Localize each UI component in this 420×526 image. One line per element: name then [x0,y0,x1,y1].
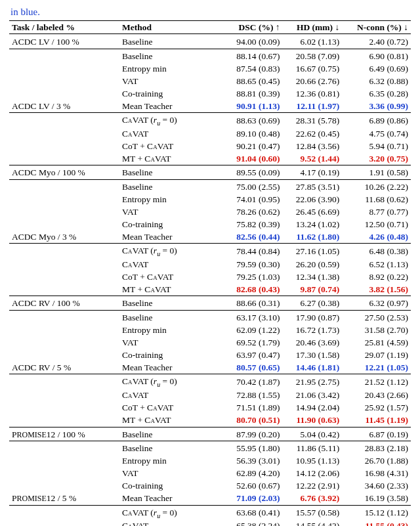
table-row: CaVAT (ru = 0)63.68 (0.41)15.57 (0.58)15… [9,505,411,520]
table-row: CoT + CaVAT90.21 (0.47)12.84 (3.56)5.94 … [9,140,411,152]
table-row: Entropy min62.09 (1.22)16.72 (1.73)31.58… [9,324,411,336]
method-cell: CaVAT [119,258,223,271]
table-cell: 20.46 (3.69) [283,336,343,349]
task-cell [9,218,119,230]
table-row: Entropy min87.54 (0.83)16.67 (0.75)6.49 … [9,62,411,75]
table-cell: 72.88 (1.55) [223,389,283,402]
col-task: Task / labeled % [9,21,119,34]
table-cell: 6.48 (0.38) [342,244,411,259]
table-cell: 88.63 (0.69) [223,113,283,128]
table-row: CaVAT (ru = 0)78.44 (0.84)27.16 (1.05)6.… [9,244,411,259]
table-row: CaVAT65.38 (2.24)14.55 (4.42)11.55 (0.43… [9,520,411,526]
table-cell: 20.58 (7.09) [283,49,343,62]
table-cell: 12.21 (1.05) [342,361,411,374]
table-row: Co-training63.97 (0.47)17.30 (1.58)29.07… [9,349,411,361]
task-cell [9,283,119,296]
method-cell: CoT + CaVAT [119,271,223,283]
task-cell [9,324,119,336]
method-cell: Entropy min [119,193,223,206]
table-row: CaVAT89.10 (0.48)22.62 (0.45)4.75 (0.74) [9,127,411,140]
table-cell: 34.60 (2.33) [342,480,411,493]
table-row: PROMISE12 / 5 %Mean Teacher71.09 (2.03)6… [9,493,411,506]
table-cell: 89.10 (0.48) [223,127,283,140]
table-cell: 16.19 (3.58) [342,493,411,506]
table-cell: 10.95 (1.13) [283,455,343,468]
table-cell: 14.55 (4.42) [283,520,343,526]
table-cell: 6.27 (0.38) [283,296,343,311]
table-cell: 26.70 (1.88) [342,455,411,468]
table-cell: 25.92 (1.57) [342,402,411,414]
table-cell: 71.51 (1.89) [223,402,283,414]
method-cell: Co-training [119,480,223,493]
table-cell: 12.84 (3.56) [283,140,343,152]
table-cell: 26.45 (6.69) [283,206,343,218]
table-row: MT + CaVAT82.68 (0.43)9.87 (0.74)3.82 (1… [9,283,411,296]
table-cell: 4.17 (0.19) [283,165,343,180]
pre-text: in blue. [10,7,411,18]
method-cell: CaVAT [119,127,223,140]
task-cell [9,49,119,62]
table-cell: 55.95 (1.80) [223,441,283,455]
table-cell: 10.26 (2.22) [342,179,411,193]
table-cell: 28.31 (5.78) [283,113,343,128]
table-row: Co-training52.60 (0.67)12.22 (2.91)34.60… [9,480,411,493]
table-cell: 6.35 (0.28) [342,87,411,100]
method-cell: Mean Teacher [119,230,223,244]
table-cell: 16.67 (0.75) [283,62,343,75]
task-cell: ACDC LV / 100 % [9,34,119,49]
table-row: VAT88.65 (0.45)20.66 (2.76)6.32 (0.88) [9,75,411,87]
table-row: CoT + CaVAT79.25 (1.03)12.34 (1.38)8.92 … [9,271,411,283]
table-cell: 11.90 (0.63) [283,414,343,427]
table-cell: 28.83 (2.18) [342,441,411,455]
task-cell [9,480,119,493]
table-cell: 22.62 (0.45) [283,127,343,140]
method-cell: Baseline [119,165,223,180]
table-row: Entropy min56.39 (3.01)10.95 (1.13)26.70… [9,455,411,468]
task-cell [9,206,119,218]
table-cell: 13.24 (1.02) [283,218,343,230]
method-cell: CoT + CaVAT [119,402,223,414]
table-row: MT + CaVAT80.70 (0.51)11.90 (0.63)11.45 … [9,414,411,427]
task-cell [9,441,119,455]
table-cell: 63.97 (0.47) [223,349,283,361]
task-cell: ACDC Myo / 100 % [9,165,119,180]
method-cell: Entropy min [119,455,223,468]
method-cell: CaVAT [119,520,223,526]
task-cell [9,62,119,75]
table-cell: 6.90 (0.81) [342,49,411,62]
table-row: CaVAT72.88 (1.55)21.06 (3.42)20.43 (2.66… [9,389,411,402]
task-cell [9,414,119,427]
table-cell: 90.21 (0.47) [223,140,283,152]
table-cell: 89.55 (0.09) [223,165,283,180]
table-row: CaVAT79.59 (0.30)26.20 (0.59)6.52 (1.13) [9,258,411,271]
table-cell: 3.36 (0.99) [342,100,411,113]
table-row: PROMISE12 / 100 %Baseline87.99 (0.20)5.0… [9,427,411,441]
header-row: Task / labeled % Method DSC (%) ↑ HD (mm… [9,21,411,34]
method-cell: Mean Teacher [119,361,223,374]
table-cell: 87.54 (0.83) [223,62,283,75]
task-cell [9,520,119,526]
method-cell: CoT + CaVAT [119,140,223,152]
table-cell: 17.30 (1.58) [283,349,343,361]
table-cell: 79.59 (0.30) [223,258,283,271]
table-row: VAT62.89 (4.20)14.12 (2.06)16.98 (4.31) [9,468,411,480]
table-cell: 27.85 (3.51) [283,179,343,193]
table-cell: 31.58 (2.70) [342,324,411,336]
task-cell [9,87,119,100]
table-row: CaVAT (ru = 0)70.42 (1.87)21.95 (2.75)21… [9,374,411,389]
table-row: ACDC RV / 100 %Baseline88.66 (0.31)6.27 … [9,296,411,311]
method-cell: Entropy min [119,324,223,336]
table-cell: 12.34 (1.38) [283,271,343,283]
table-cell: 11.55 (0.43) [342,520,411,526]
method-cell: CaVAT [119,389,223,402]
table-row: ACDC Myo / 100 %Baseline89.55 (0.09)4.17… [9,165,411,180]
task-cell [9,244,119,259]
table-cell: 11.68 (0.62) [342,193,411,206]
table-cell: 26.20 (0.59) [283,258,343,271]
table-cell: 17.90 (0.87) [283,310,343,324]
table-cell: 6.87 (0.19) [342,427,411,441]
table-cell: 88.81 (0.39) [223,87,283,100]
method-cell: Baseline [119,296,223,311]
task-cell: PROMISE12 / 5 % [9,493,119,506]
table-cell: 9.52 (1.44) [283,152,343,165]
